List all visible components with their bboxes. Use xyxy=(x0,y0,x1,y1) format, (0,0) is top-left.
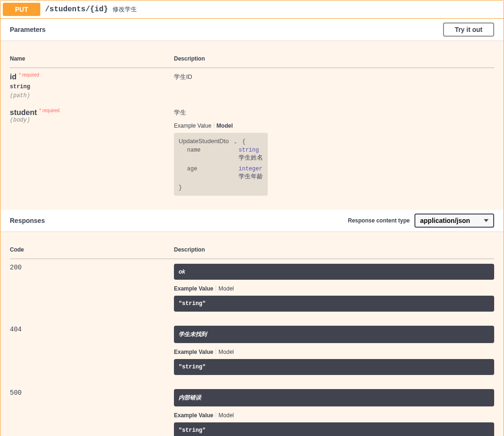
response-example[interactable]: "string" xyxy=(174,359,494,375)
close-brace: } xyxy=(179,184,263,191)
col-header-description: Description xyxy=(174,50,494,68)
tab-separator xyxy=(216,285,216,291)
try-it-out-button[interactable]: Try it out xyxy=(443,23,494,37)
tab-model[interactable]: Model xyxy=(217,122,233,129)
param-description: 学生 xyxy=(174,108,494,117)
model-title: UpdateStudentDto xyxy=(179,138,229,145)
tab-separator xyxy=(216,412,216,418)
tab-example-value[interactable]: Example Value xyxy=(174,285,213,292)
model-prop-desc: 学生姓名 xyxy=(179,153,263,162)
model-prop-type: string xyxy=(239,147,259,153)
col-header-code: Code xyxy=(10,241,174,259)
param-location: (path) xyxy=(10,92,174,99)
tab-example-value[interactable]: Example Value xyxy=(174,349,213,355)
parameters-header: Parameters Try it out xyxy=(0,19,504,40)
model-prop-desc: 学生年龄 xyxy=(179,172,263,181)
response-description: 内部错误 xyxy=(174,389,494,406)
param-name: id xyxy=(10,73,16,81)
tab-model[interactable]: Model xyxy=(218,412,234,419)
response-example[interactable]: "string" xyxy=(174,296,494,312)
http-method-badge: PUT xyxy=(3,3,40,16)
response-code: 500 xyxy=(10,384,174,436)
operation-summary-text: 修改学生 xyxy=(113,5,137,14)
content-type-label: Response content type xyxy=(348,217,410,224)
col-header-description: Description xyxy=(174,241,494,259)
schema-tabs: Example Value Model xyxy=(174,412,494,419)
model-prop-name: name xyxy=(187,147,239,153)
parameters-table: Name Description id* required string (pa… xyxy=(10,50,494,200)
responses-header: Responses Response content type applicat… xyxy=(0,210,504,231)
response-description: ok xyxy=(174,264,494,280)
tab-example-value[interactable]: Example Value xyxy=(174,412,213,419)
chevron-down-icon[interactable]: ⌄ xyxy=(234,139,237,145)
required-indicator: * required xyxy=(37,106,62,115)
param-type: string xyxy=(10,81,174,92)
response-example[interactable]: "string" xyxy=(174,422,494,436)
schema-tabs: Example Value Model xyxy=(174,122,494,129)
param-location: (body) xyxy=(10,117,174,123)
tab-separator xyxy=(214,122,214,128)
tab-example-value[interactable]: Example Value xyxy=(174,122,211,129)
model-prop-type: integer xyxy=(239,166,262,172)
parameters-body: Name Description id* required string (pa… xyxy=(0,40,504,436)
response-row: 500 内部错误 Example Value Model "string" xyxy=(10,384,494,436)
model-schema-box: UpdateStudentDto ⌄ { name string 学生姓名 ag… xyxy=(174,133,268,196)
tab-model[interactable]: Model xyxy=(218,349,234,355)
param-description: 学生ID xyxy=(174,73,494,81)
response-description: 学生未找到 xyxy=(174,326,494,343)
open-brace: { xyxy=(242,138,245,145)
schema-tabs: Example Value Model xyxy=(174,349,494,355)
parameter-row: id* required string (path) 学生ID xyxy=(10,68,494,104)
schema-tabs: Example Value Model xyxy=(174,285,494,292)
operation-summary[interactable]: PUT /students/{id} 修改学生 xyxy=(0,0,504,19)
model-prop-name: age xyxy=(187,166,239,172)
parameters-title: Parameters xyxy=(10,26,443,33)
responses-title: Responses xyxy=(10,217,348,224)
operation-path: /students/{id} xyxy=(40,5,113,14)
response-code: 200 xyxy=(10,259,174,321)
parameter-row: student* required (body) 学生 Example Valu… xyxy=(10,104,494,200)
required-indicator: * required xyxy=(16,70,41,80)
response-code: 404 xyxy=(10,321,174,384)
response-row: 404 学生未找到 Example Value Model "string" xyxy=(10,321,494,384)
tab-separator xyxy=(216,349,216,354)
content-type-select[interactable]: application/json xyxy=(414,214,494,228)
tab-model[interactable]: Model xyxy=(218,285,234,292)
operation-block: PUT /students/{id} 修改学生 Parameters Try i… xyxy=(0,0,504,436)
responses-table: Code Description 200 ok Example Value Mo… xyxy=(10,241,494,436)
response-row: 200 ok Example Value Model "string" xyxy=(10,259,494,321)
col-header-name: Name xyxy=(10,50,174,68)
param-name: student xyxy=(10,108,37,116)
